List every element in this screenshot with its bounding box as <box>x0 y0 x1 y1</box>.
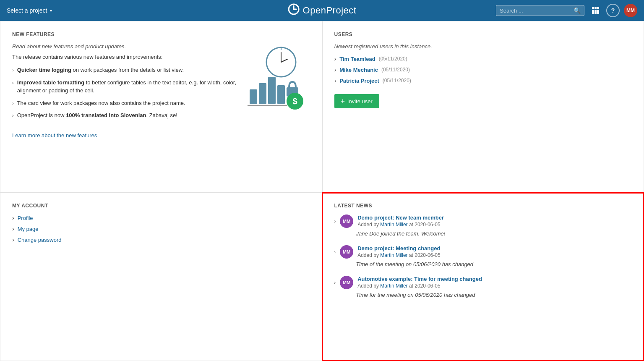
illustration-svg: $ <box>245 43 308 110</box>
list-item-text: OpenProject is now 100% translated into … <box>17 111 177 120</box>
latest-news-title: LATEST NEWS <box>334 203 632 209</box>
user-date: (05/11/2020) <box>383 78 411 84</box>
chevron-right-icon: › <box>334 66 336 73</box>
svg-rect-9 <box>597 12 599 14</box>
learn-more-link[interactable]: Learn more about the new features <box>12 132 97 139</box>
my-account-panel: MY ACCOUNT › Profile › My page › Change … <box>0 193 322 361</box>
search-input[interactable] <box>500 8 571 14</box>
news-meta: Added by Martin Miller at 2020-06-05 <box>357 283 632 289</box>
news-author-link[interactable]: Martin Miller <box>380 283 407 289</box>
chevron-right-icon: › <box>12 236 14 243</box>
features-subtitle: Read about new features and product upda… <box>12 43 237 50</box>
news-title-block: Demo project: Meeting changed Added by M… <box>357 245 632 258</box>
logo-icon <box>288 3 300 18</box>
list-item: › Patricia Project (05/11/2020) <box>334 77 632 84</box>
grid-icon[interactable] <box>589 4 602 17</box>
news-avatar: MM <box>340 215 353 228</box>
svg-rect-2 <box>594 7 597 9</box>
my-page-link[interactable]: My page <box>18 226 39 232</box>
news-body: Time for the meeting on 05/06/2020 has c… <box>356 292 632 298</box>
select-project[interactable]: Select a project ▾ <box>7 7 52 14</box>
list-item: › Quicker time logging on work packages … <box>12 66 237 74</box>
change-password-link[interactable]: Change password <box>18 237 62 243</box>
news-avatar: MM <box>340 245 353 259</box>
user-date: (05/11/2020) <box>379 56 407 62</box>
svg-rect-17 <box>277 85 285 104</box>
chevron-right-icon: › <box>334 219 336 224</box>
header-actions: 🔍 ? MM <box>496 4 637 17</box>
svg-rect-14 <box>250 89 257 104</box>
logo-text: OpenProject <box>303 5 357 16</box>
news-title-link[interactable]: Demo project: New team member <box>357 215 632 221</box>
list-item-text: Improved table formatting to better conf… <box>17 78 237 95</box>
list-item: › My page <box>12 225 310 232</box>
svg-rect-3 <box>597 7 599 9</box>
news-item: › MM Demo project: New team member Added… <box>334 215 632 237</box>
chevron-right-icon: › <box>12 67 14 74</box>
invite-btn-label: Invite user <box>347 98 373 105</box>
chevron-right-icon: › <box>334 280 336 285</box>
news-avatar: MM <box>340 276 353 289</box>
select-project-label: Select a project <box>7 7 47 14</box>
user-date: (05/11/2020) <box>381 67 410 73</box>
svg-text:$: $ <box>292 97 297 106</box>
plus-icon: + <box>341 97 345 105</box>
chevron-right-icon: › <box>12 79 14 95</box>
svg-rect-5 <box>594 10 597 12</box>
account-list: › Profile › My page › Change password <box>12 215 310 243</box>
svg-rect-7 <box>592 12 594 14</box>
list-item: › OpenProject is now 100% translated int… <box>12 111 237 120</box>
search-icon[interactable]: 🔍 <box>574 7 581 14</box>
chevron-right-icon: › <box>334 55 336 62</box>
svg-rect-8 <box>594 12 597 14</box>
my-account-title: MY ACCOUNT <box>12 203 310 209</box>
news-author-link[interactable]: Martin Miller <box>380 252 407 258</box>
news-body: Jane Doe joined the team. Welcome! <box>356 230 632 237</box>
news-body: Time of the meeting on 05/06/2020 has ch… <box>356 261 632 267</box>
user-link[interactable]: Patricia Project <box>339 78 379 84</box>
news-item-header: › MM Demo project: Meeting changed Added… <box>334 245 632 259</box>
new-features-title: NEW FEATURES <box>12 31 310 37</box>
list-item: › Tim Teamlead (05/11/2020) <box>334 55 632 62</box>
chevron-right-icon: › <box>12 215 14 221</box>
chevron-down-icon: ▾ <box>50 8 52 13</box>
list-item: › Improved table formatting to better co… <box>12 78 237 95</box>
invite-user-button[interactable]: + Invite user <box>334 94 379 108</box>
news-title-link[interactable]: Demo project: Meeting changed <box>357 245 632 251</box>
chevron-right-icon: › <box>12 112 14 120</box>
users-title: USERS <box>334 31 632 37</box>
header: Select a project ▾ OpenProject 🔍 <box>0 0 644 21</box>
main-content: NEW FEATURES Read about new features and… <box>0 21 644 361</box>
list-item: › Profile <box>12 215 310 221</box>
profile-link[interactable]: Profile <box>18 215 33 221</box>
news-meta: Added by Martin Miller at 2020-06-05 <box>357 222 632 228</box>
svg-rect-6 <box>597 10 599 12</box>
latest-news-panel: LATEST NEWS › MM Demo project: New team … <box>322 193 644 361</box>
features-text: Read about new features and product upda… <box>12 43 237 139</box>
search-box[interactable]: 🔍 <box>496 5 584 16</box>
news-item-header: › MM Demo project: New team member Added… <box>334 215 632 228</box>
users-subtitle: Newest registered users in this instance… <box>334 43 632 50</box>
users-list: › Tim Teamlead (05/11/2020) › Mike Mecha… <box>334 55 632 84</box>
features-illustration: $ <box>243 43 310 139</box>
list-item: › Mike Mechanic (05/11/2020) <box>334 66 632 73</box>
help-icon[interactable]: ? <box>606 4 620 17</box>
list-item: › Change password <box>12 236 310 243</box>
chevron-right-icon: › <box>12 225 14 232</box>
news-author-link[interactable]: Martin Miller <box>380 222 407 228</box>
list-item: › The card view for work packages now al… <box>12 99 237 107</box>
chevron-right-icon: › <box>334 77 336 84</box>
user-link[interactable]: Mike Mechanic <box>339 67 378 73</box>
news-item: › MM Automotive example: Time for meetin… <box>334 276 632 298</box>
avatar[interactable]: MM <box>624 4 637 17</box>
svg-rect-15 <box>259 83 266 104</box>
news-title-block: Automotive example: Time for meeting cha… <box>357 276 632 289</box>
features-intro: The release contains various new feature… <box>12 54 237 60</box>
news-title-block: Demo project: New team member Added by M… <box>357 215 632 228</box>
chevron-right-icon: › <box>12 100 14 107</box>
features-body: Read about new features and product upda… <box>12 43 310 139</box>
chevron-right-icon: › <box>334 249 336 254</box>
user-link[interactable]: Tim Teamlead <box>339 56 375 62</box>
svg-rect-1 <box>592 7 594 9</box>
news-title-link[interactable]: Automotive example: Time for meeting cha… <box>357 276 632 282</box>
